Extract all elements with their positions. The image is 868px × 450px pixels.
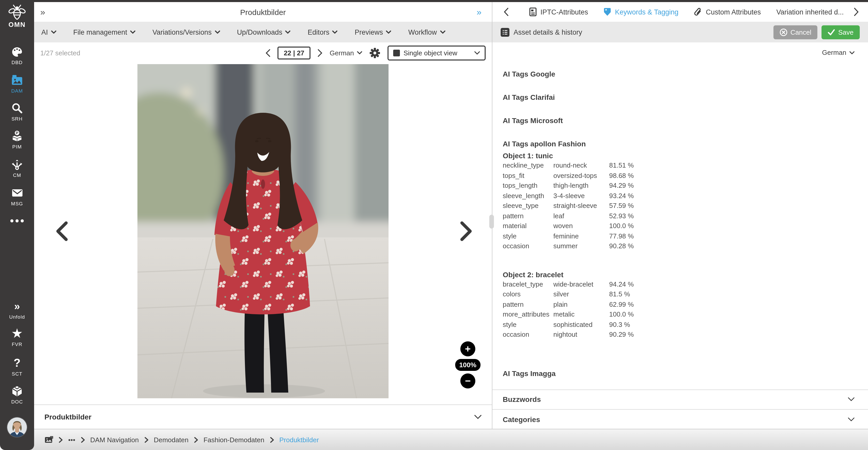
chevron-down-icon	[285, 30, 291, 34]
check-icon	[828, 29, 835, 35]
cancel-button[interactable]: Cancel	[773, 25, 817, 39]
tabs-scroll-left-chevron[interactable]	[504, 8, 508, 16]
center-panel: » Produktbilder » AI File management Var…	[34, 2, 492, 429]
product-box-icon: P	[0, 130, 34, 142]
menu-item[interactable]: Up/Downloads	[237, 28, 291, 36]
section-ai-tags-clarifai: AI Tags Clarifai	[503, 92, 868, 102]
attribute-row: sleeve_length 3-4-sleeve 93.24 %	[503, 191, 868, 201]
breadcrumb-item[interactable]: Fashion-Demodaten	[194, 436, 265, 444]
view-mode-select[interactable]: Single object view	[388, 45, 486, 60]
object-2-attribute-table: bracelet_type wide-bracelet 94.24 % colo…	[503, 279, 868, 340]
prev-asset-chevron[interactable]	[266, 49, 271, 57]
chevron-right-icon	[81, 437, 85, 443]
asset-details-list-icon	[501, 28, 509, 36]
menu-item[interactable]: File management	[73, 28, 135, 36]
attribute-key: neckline_type	[503, 162, 553, 169]
attribute-confidence: 81.5 %	[609, 290, 868, 298]
next-asset-chevron[interactable]	[318, 49, 322, 57]
tab-variation-inherited[interactable]: Variation inherited d...	[776, 8, 844, 16]
zoom-out-button[interactable]: −	[460, 373, 475, 389]
attribute-row: tops_fit oversized-tops 98.68 %	[503, 170, 868, 180]
menu-item[interactable]: Previews	[355, 28, 392, 36]
sidebar-item-doc[interactable]: DOC	[0, 385, 34, 404]
attribute-key: bracelet_type	[503, 280, 553, 288]
tab-iptc-attributes[interactable]: IPTC-Attributes	[529, 7, 588, 17]
chevron-down-icon	[51, 30, 56, 34]
sidebar-item-fvr[interactable]: ★ FVR	[0, 328, 34, 347]
attribute-key: more_attributes	[503, 311, 553, 318]
tab-custom-attributes[interactable]: Custom Attributes	[694, 7, 761, 16]
object-2-title: Object 2: bracelet	[503, 270, 868, 279]
zoom-in-button[interactable]: +	[460, 341, 475, 356]
object-1-title: Object 1: tunic	[503, 151, 868, 160]
zoom-level-badge: 100%	[455, 359, 481, 371]
tabs-scroll-right-chevron[interactable]	[854, 8, 859, 16]
question-icon: ?	[14, 358, 21, 369]
breadcrumb-item[interactable]: DAM Navigation	[81, 436, 139, 444]
zoom-controls: + 100% −	[455, 341, 481, 389]
details-panel: IPTC-Attributes Keywords & Tagging Custo…	[492, 2, 868, 429]
attribute-row: pattern leaf 52.93 %	[503, 211, 868, 221]
attribute-key: style	[503, 321, 553, 329]
panel-language-select[interactable]: German	[822, 49, 855, 56]
attribute-key: pattern	[503, 212, 553, 220]
attribute-row: style feminine 77.98 %	[503, 231, 868, 241]
menu-item[interactable]: Workflow	[408, 28, 445, 36]
chevron-down-icon	[215, 30, 220, 34]
breadcrumb-item-active[interactable]: Produktbilder	[270, 436, 319, 444]
produktbilder-accordion[interactable]: Produktbilder	[34, 404, 492, 429]
attribute-confidence: 93.24 %	[609, 192, 868, 200]
sidebar-item-unfold[interactable]: » Unfold	[0, 300, 34, 320]
save-button[interactable]: Save	[822, 25, 860, 39]
attribute-value: silver	[553, 290, 609, 298]
panel-action-bar: Asset details & history Cancel Save	[492, 22, 868, 43]
asset-viewer: + 100% −	[34, 63, 492, 404]
attribute-row: neckline_type round-neck 81.51 %	[503, 160, 868, 170]
top-strip	[0, 0, 868, 2]
breadcrumb-home-image-icon[interactable]	[44, 436, 53, 444]
attribute-key: material	[503, 222, 553, 230]
sidebar-item-msg[interactable]: MSG	[0, 187, 34, 206]
next-image-arrow[interactable]	[460, 221, 473, 242]
breadcrumb-item[interactable]: •••	[59, 436, 75, 444]
attribute-key: pattern	[503, 301, 553, 308]
sidebar-item-srh[interactable]: SRH	[0, 102, 34, 121]
attribute-row: occasion nightout 90.29 %	[503, 330, 868, 340]
attribute-key: style	[503, 232, 553, 240]
asset-position-box[interactable]: 22 | 27	[278, 46, 311, 59]
center-titlebar: » Produktbilder »	[34, 2, 492, 22]
language-select[interactable]: German	[330, 49, 362, 57]
logo-label: OMN	[8, 21, 26, 28]
menu-item[interactable]: Editors	[308, 28, 338, 36]
attribute-confidence: 62.99 %	[609, 301, 868, 308]
attribute-key: colors	[503, 290, 553, 298]
breadcrumb-item[interactable]: Demodaten	[145, 436, 188, 444]
menu-item[interactable]: AI	[41, 28, 56, 36]
attribute-confidence: 81.51 %	[609, 162, 868, 169]
breadcrumb-crumbs: ••• DAM Navigation Demodaten Fashion-Dem…	[59, 436, 264, 444]
tab-keywords-tagging[interactable]: Keywords & Tagging	[604, 7, 679, 17]
selection-count: 1/27 selected	[40, 49, 80, 57]
previous-image-arrow[interactable]	[55, 221, 68, 242]
menu-bar: AI File management Variations/Versions U…	[34, 22, 492, 43]
user-avatar[interactable]	[0, 417, 34, 438]
categories-accordion[interactable]: Categories	[492, 410, 868, 429]
attribute-value: nightout	[553, 331, 609, 339]
buzzwords-accordion[interactable]: Buzzwords	[492, 390, 868, 410]
sidebar-item-sct[interactable]: ? SCT	[0, 357, 34, 376]
chevron-down-icon	[333, 30, 338, 34]
sidebar-item-dam[interactable]: DAM	[0, 74, 34, 94]
sidebar-more-button[interactable]	[0, 219, 34, 222]
star-icon: ★	[12, 328, 22, 339]
sidebar-item-pim[interactable]: P PIM	[0, 130, 34, 149]
sidebar-logo[interactable]: OMN	[0, 4, 34, 29]
menu-item[interactable]: Variations/Versions	[152, 28, 220, 36]
attribute-confidence: 94.29 %	[609, 182, 868, 190]
gear-icon[interactable]	[369, 47, 380, 58]
attribute-value: metalic	[553, 311, 609, 318]
attribute-key: occasion	[503, 331, 553, 339]
sidebar-item-dbd[interactable]: DBD	[0, 46, 34, 65]
sidebar-item-cm[interactable]: CM	[0, 158, 34, 178]
attribute-value: oversized-tops	[553, 172, 609, 179]
chevron-down-icon	[357, 51, 362, 54]
